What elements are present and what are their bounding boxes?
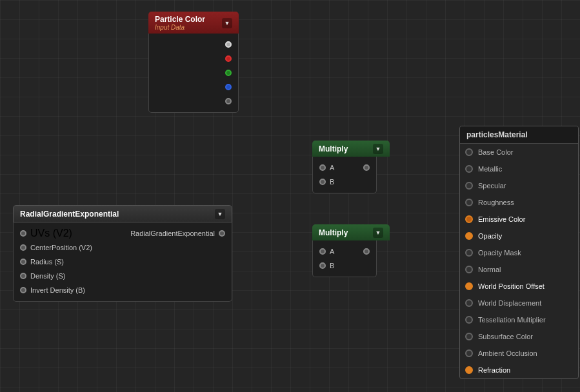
mat-pin-roughness[interactable]: Roughness xyxy=(460,194,578,211)
mat-pin-icon-normal xyxy=(465,266,473,273)
particle-color-subtitle: Input Data xyxy=(155,24,205,31)
mat-pin-icon-ambient-occlusion xyxy=(465,349,473,357)
pin-out-2[interactable] xyxy=(363,248,370,255)
mat-pin-opacity-mask[interactable]: Opacity Mask xyxy=(460,244,578,261)
mat-pin-label-world-disp: World Displacement xyxy=(478,299,541,307)
mat-pin-label-roughness: Roughness xyxy=(478,199,514,206)
mat-pin-emissive[interactable]: Emissive Color xyxy=(460,211,578,228)
mat-pin-ambient-occlusion[interactable]: Ambient Occlusion xyxy=(460,345,578,362)
pin-uvs[interactable] xyxy=(20,230,26,237)
pin-radius[interactable] xyxy=(20,259,26,265)
mat-pin-tessellation[interactable]: Tessellation Multiplier xyxy=(460,311,578,328)
pin-red[interactable] xyxy=(225,55,232,62)
mat-pin-subsurface[interactable]: Subsurface Color xyxy=(460,328,578,345)
pin-row-centerpos: CenterPosition (V2) xyxy=(14,240,232,255)
mat-pin-icon-roughness xyxy=(465,199,473,206)
mat-pin-icon-metallic xyxy=(465,165,473,173)
multiply-1-body: A B xyxy=(312,157,377,193)
mat-pin-icon-specular xyxy=(465,182,473,190)
mat-pin-icon-opacity xyxy=(465,232,473,240)
mat-pin-label-world-pos-offset: World Position Offset xyxy=(478,282,545,290)
mat-pin-world-pos-offset[interactable]: World Position Offset xyxy=(460,278,578,295)
mat-pin-opacity[interactable]: Opacity xyxy=(460,228,578,244)
pin-centerpos-label: CenterPosition (V2) xyxy=(30,244,92,251)
pin-blue[interactable] xyxy=(225,84,232,90)
multiply-2-pin-a: A xyxy=(313,244,376,259)
mat-pin-refraction[interactable]: Refraction xyxy=(460,362,578,378)
radial-gradient-dropdown[interactable]: ▼ xyxy=(215,209,225,219)
mat-pin-label-opacity: Opacity xyxy=(478,232,502,240)
pin-row-blue xyxy=(149,80,238,94)
mat-pin-label-subsurface: Subsurface Color xyxy=(478,333,533,340)
radial-gradient-body: UVs (V2) RadialGradientExponential Cente… xyxy=(13,222,232,302)
pin-row-white xyxy=(149,37,238,52)
mat-pin-base-color[interactable]: Base Color xyxy=(460,144,578,161)
pin-row-gray xyxy=(149,94,238,108)
pin-white[interactable] xyxy=(225,41,232,48)
pin-b-2[interactable] xyxy=(319,262,326,269)
pin-uvs-label: UVs (V2) xyxy=(30,228,72,239)
radial-output-label: RadialGradientExponential xyxy=(130,230,215,237)
mat-pin-label-refraction: Refraction xyxy=(478,366,510,374)
multiply-1-pin-a: A xyxy=(313,161,376,175)
mat-pin-icon-refraction xyxy=(465,366,473,374)
multiply-2-pin-b: B xyxy=(313,259,376,273)
particle-color-body xyxy=(148,34,239,113)
pin-density[interactable] xyxy=(20,273,26,279)
multiply-2-title: Multiply xyxy=(319,228,348,237)
mat-pin-icon-world-disp xyxy=(465,299,473,307)
pin-b-1[interactable] xyxy=(319,179,326,185)
pin-a-label-1: A xyxy=(330,164,334,172)
pin-row-red xyxy=(149,52,238,66)
pin-centerpos[interactable] xyxy=(20,244,26,251)
multiply-1-header[interactable]: Multiply ▼ xyxy=(312,141,390,157)
mat-pin-icon-emissive xyxy=(465,215,473,223)
multiply-1-title: Multiply xyxy=(319,144,348,153)
mat-pin-metallic[interactable]: Metallic xyxy=(460,161,578,177)
particle-color-title: Particle Color xyxy=(155,15,205,24)
mat-pin-normal[interactable]: Normal xyxy=(460,261,578,278)
pin-a-2[interactable] xyxy=(319,248,326,255)
pin-b-label-1: B xyxy=(330,178,334,186)
multiply-node-1: Multiply ▼ A B xyxy=(312,141,390,193)
pin-invert[interactable] xyxy=(20,287,26,293)
mat-pin-label-emissive: Emissive Color xyxy=(478,215,525,223)
mat-pin-label-ambient-occlusion: Ambient Occlusion xyxy=(478,349,537,357)
mat-pin-world-disp[interactable]: World Displacement xyxy=(460,295,578,311)
radial-gradient-node: RadialGradientExponential ▼ UVs (V2) Rad… xyxy=(13,205,232,302)
mat-pin-label-tessellation: Tessellation Multiplier xyxy=(478,316,546,324)
multiply-2-dropdown[interactable]: ▼ xyxy=(373,228,383,238)
pin-row-green xyxy=(149,66,238,80)
pin-gray[interactable] xyxy=(225,98,232,104)
particle-color-node: Particle Color Input Data ▼ xyxy=(148,12,239,113)
pin-green[interactable] xyxy=(225,70,232,76)
mat-pin-icon-base-color xyxy=(465,148,473,156)
pin-row-invert: Invert Density (B) xyxy=(14,283,232,297)
particle-color-header[interactable]: Particle Color Input Data ▼ xyxy=(148,12,239,34)
mat-pin-icon-world-pos-offset xyxy=(465,282,473,290)
mat-pin-icon-tessellation xyxy=(465,316,473,324)
pin-row-density: Density (S) xyxy=(14,269,232,283)
pin-a-1[interactable] xyxy=(319,164,326,171)
multiply-2-body: A B xyxy=(312,240,377,277)
mat-pin-label-normal: Normal xyxy=(478,266,501,273)
pin-a-label-2: A xyxy=(330,248,334,255)
pin-radius-label: Radius (S) xyxy=(30,258,64,266)
pin-out-1[interactable] xyxy=(363,164,370,171)
multiply-1-dropdown[interactable]: ▼ xyxy=(373,144,383,154)
multiply-node-2: Multiply ▼ A B xyxy=(312,224,390,277)
mat-pin-specular[interactable]: Specular xyxy=(460,177,578,194)
radial-gradient-header[interactable]: RadialGradientExponential ▼ xyxy=(13,205,232,222)
multiply-2-header[interactable]: Multiply ▼ xyxy=(312,224,390,240)
material-panel: particlesMaterial Base Color Metallic Sp… xyxy=(459,126,579,379)
radial-gradient-title: RadialGradientExponential xyxy=(20,210,119,219)
pin-row-radius: Radius (S) xyxy=(14,255,232,269)
mat-pin-icon-subsurface xyxy=(465,333,473,340)
pin-invert-label: Invert Density (B) xyxy=(30,286,85,294)
pin-radial-out[interactable] xyxy=(219,230,225,237)
mat-pin-label-specular: Specular xyxy=(478,182,506,190)
particle-color-dropdown[interactable]: ▼ xyxy=(222,18,232,28)
pin-b-label-2: B xyxy=(330,262,334,270)
mat-pin-label-base-color: Base Color xyxy=(478,148,513,156)
pin-density-label: Density (S) xyxy=(30,272,65,280)
